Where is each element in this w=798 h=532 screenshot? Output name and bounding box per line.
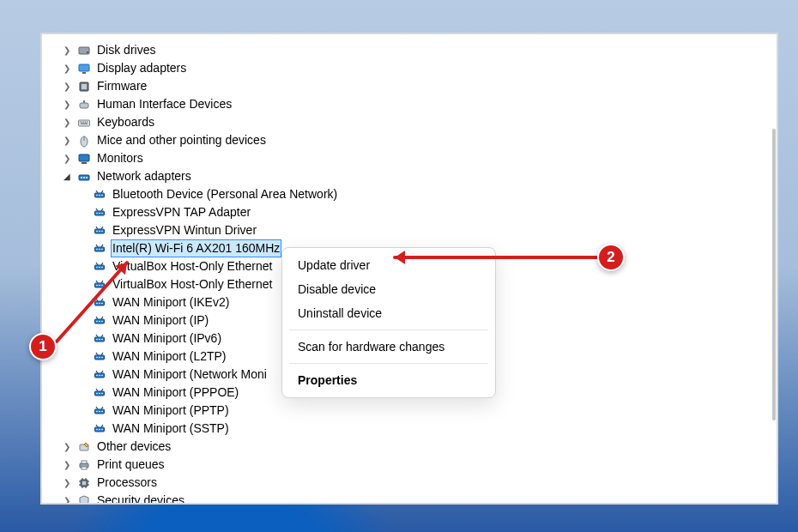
category-print-queues[interactable]: ❯Print queues [45,456,773,474]
svg-point-42 [96,302,98,304]
printer-icon [76,457,92,473]
chevron-right-icon[interactable]: ❯ [61,459,73,471]
disk-icon [76,43,92,58]
svg-point-67 [99,410,100,412]
network-adapter-icon [92,349,107,365]
svg-point-64 [101,392,103,394]
chevron-right-icon[interactable]: ❯ [61,495,73,505]
svg-point-19 [99,194,100,196]
device-item[interactable]: WAN Miniport (SSTP) [45,420,773,438]
device-item[interactable]: Bluetooth Device (Personal Area Network) [45,185,773,203]
svg-point-15 [83,177,85,178]
device-item[interactable]: WAN Miniport (PPTP) [45,402,773,420]
svg-point-22 [96,212,98,214]
category-label: Human Interface Devices [95,95,233,113]
scrollbar-thumb[interactable] [772,129,776,420]
chevron-right-icon[interactable]: ❯ [61,477,73,489]
category-processors[interactable]: ❯Processors [45,474,773,492]
chevron-right-icon[interactable]: ❯ [61,81,73,93]
svg-point-68 [101,410,103,412]
hid-icon [76,97,92,112]
chevron-right-icon[interactable]: ❯ [61,117,73,129]
menu-disable-device[interactable]: Disable device [282,277,495,301]
svg-point-63 [99,392,100,394]
device-label: WAN Miniport (IP) [111,311,210,329]
svg-point-43 [99,302,100,304]
svg-point-50 [96,338,98,340]
svg-point-55 [99,356,100,358]
category-keyboards[interactable]: ❯Keyboards [45,113,773,131]
device-label: WAN Miniport (SSTP) [111,420,231,438]
device-label: Intel(R) Wi-Fi 6 AX201 160MHz [111,239,281,257]
device-label: WAN Miniport (PPTP) [111,402,231,420]
category-monitors[interactable]: ❯Monitors [45,149,773,167]
category-label: Other devices [95,438,172,456]
svg-rect-78 [82,481,86,485]
svg-rect-3 [82,72,86,74]
cpu-icon [76,475,92,491]
network-adapter-icon [92,241,107,257]
category-mice[interactable]: ❯Mice and other pointing devices [45,131,773,149]
category-firmware[interactable]: ❯Firmware [45,77,773,95]
chevron-right-icon[interactable]: ❯ [61,63,73,75]
svg-rect-76 [82,467,87,469]
firmware-icon [76,79,92,94]
svg-point-27 [99,230,100,232]
chevron-right-icon[interactable]: ❯ [61,45,73,57]
category-display-adapters[interactable]: ❯Display adapters [45,59,773,77]
chevron-right-icon[interactable]: ❯ [61,135,73,147]
svg-point-34 [96,266,98,268]
device-label: VirtualBox Host-Only Ethernet [111,257,275,275]
network-adapter-icon [92,259,107,275]
network-adapter-icon [92,295,107,311]
category-security-devices[interactable]: ❯Security devices [45,492,773,505]
category-hid[interactable]: ❯Human Interface Devices [45,95,773,113]
device-item[interactable]: ExpressVPN Wintun Driver [45,221,773,239]
chevron-down-icon[interactable]: ◢ [61,171,73,183]
svg-point-72 [101,428,103,430]
device-label: WAN Miniport (IPv6) [111,329,223,348]
category-network-adapters[interactable]: ◢Network adapters [45,167,773,185]
svg-point-1 [87,51,88,53]
chevron-right-icon[interactable]: ❯ [61,99,73,111]
menu-scan-for-hardware-changes[interactable]: Scan for hardware changes [282,335,495,359]
svg-point-24 [101,212,103,214]
svg-point-32 [101,248,103,250]
svg-point-38 [96,284,98,286]
svg-point-62 [96,392,98,394]
menu-update-driver[interactable]: Update driver [282,253,495,277]
menu-properties[interactable]: Properties [282,368,495,392]
network-adapter-icon [92,187,107,203]
menu-uninstall-device[interactable]: Uninstall device [282,301,495,325]
category-disk-drives[interactable]: ❯Disk drives [45,41,773,59]
device-label: VirtualBox Host-Only Ethernet [111,275,275,293]
callout-badge-2: 2 [597,244,625,271]
network-adapter-icon [92,403,107,419]
device-label: WAN Miniport (Network Moni [111,366,269,384]
svg-rect-7 [83,100,85,103]
chevron-right-icon[interactable]: ❯ [61,153,73,165]
svg-point-56 [101,356,103,358]
svg-rect-12 [82,162,87,164]
chevron-right-icon[interactable]: ❯ [61,441,73,453]
callout-badge-1: 1 [29,333,57,360]
display-icon [76,61,92,76]
svg-point-66 [96,410,98,412]
category-label: Mice and other pointing devices [95,131,268,149]
category-other-devices[interactable]: ❯Other devices [45,438,773,456]
scrollbar[interactable] [771,129,777,420]
svg-point-18 [96,194,98,196]
category-label: Display adapters [95,59,188,77]
network-adapter-icon [92,367,107,383]
other-icon [76,439,92,455]
svg-point-48 [101,320,103,322]
svg-point-59 [99,374,100,376]
network-adapter-icon [92,421,107,437]
mouse-icon [76,133,92,148]
svg-point-40 [101,284,103,286]
svg-rect-75 [82,461,87,463]
category-label: Firmware [95,77,148,95]
device-item[interactable]: ExpressVPN TAP Adapter [45,203,773,221]
svg-rect-5 [82,84,87,89]
svg-point-46 [96,320,98,322]
